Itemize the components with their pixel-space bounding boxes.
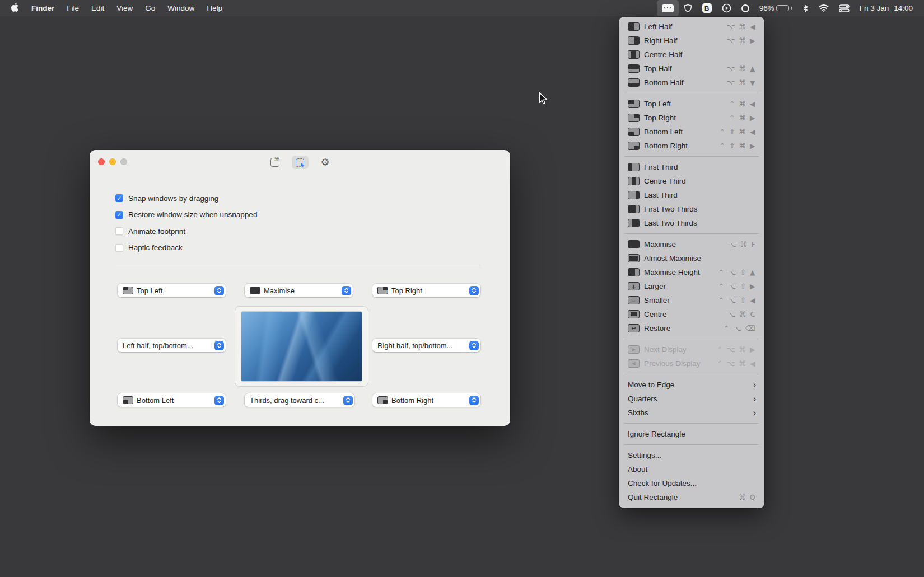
almost-maximise-zone-icon <box>628 254 640 262</box>
shield-status-icon[interactable] <box>679 0 697 16</box>
menu-item-maximise-height[interactable]: Maximise Height ⌃ ⌥ ⇧ ▲ <box>619 265 764 279</box>
bluetooth-status-icon[interactable] <box>797 0 814 16</box>
maximise-height-zone-icon <box>628 268 640 276</box>
menu-item-restore[interactable]: Restore ⌃ ⌥ ⌫ <box>619 321 764 335</box>
checkbox-snap-windows[interactable] <box>115 194 123 202</box>
menu-item-centre[interactable]: Centre ⌥ ⌘ C <box>619 307 764 321</box>
bottom-left-zone-icon <box>123 396 133 404</box>
popup-stepper-icon <box>342 286 351 295</box>
menu-item-move-to-edge[interactable]: Move to Edge › <box>619 378 764 392</box>
menu-item-maximise[interactable]: Maximise ⌥ ⌘ F <box>619 237 764 251</box>
menu-item-centre-third[interactable]: Centre Third <box>619 174 764 188</box>
last-third-zone-icon <box>628 191 640 199</box>
menu-item-smaller[interactable]: Smaller ⌃ ⌥ ⇧ ◀ <box>619 293 764 307</box>
menu-item-top-left[interactable]: Top Left ⌃ ⌘ ◀ <box>619 97 764 111</box>
bluetooth-icon <box>802 4 809 13</box>
menu-divider <box>624 93 759 93</box>
popup-top-right[interactable]: Top Right <box>372 284 480 297</box>
play-circle-status-icon[interactable] <box>717 0 736 16</box>
menu-item-quarters[interactable]: Quarters › <box>619 392 764 406</box>
menu-bar-clock[interactable]: Fri 3 Jan 14:00 <box>855 4 918 12</box>
menu-item-first-two-thirds[interactable]: First Two Thirds <box>619 202 764 216</box>
menu-item-about[interactable]: About <box>619 462 764 476</box>
clock-time: 14:00 <box>894 4 913 12</box>
menu-file[interactable]: File <box>60 4 85 12</box>
menu-item-right-half[interactable]: Right Half ⌥ ⌘ ▶ <box>619 34 764 48</box>
checkbox-animate-footprint[interactable] <box>115 227 123 235</box>
popup-bottom-right[interactable]: Bottom Right <box>372 393 480 407</box>
menu-item-ignore-rectangle[interactable]: Ignore Rectangle <box>619 427 764 441</box>
bottom-left-zone-icon <box>628 128 640 136</box>
popup-maximise[interactable]: Maximise <box>245 284 353 297</box>
zoom-button-disabled <box>120 158 127 165</box>
clock-date: Fri 3 Jan <box>860 4 889 12</box>
menu-item-check-for-updates[interactable]: Check for Updates... <box>619 476 764 490</box>
menu-item-top-half[interactable]: Top Half ⌥ ⌘ ▲ <box>619 62 764 76</box>
bitwarden-status-icon[interactable]: B <box>697 0 717 16</box>
menu-item-bottom-left[interactable]: Bottom Left ⌃ ⇧ ⌘ ◀ <box>619 125 764 139</box>
menu-window[interactable]: Window <box>161 4 200 12</box>
close-button[interactable] <box>98 158 105 165</box>
checkbox-restore-size[interactable] <box>115 211 123 219</box>
popup-stepper-icon <box>214 286 224 295</box>
menu-item-bottom-right[interactable]: Bottom Right ⌃ ⇧ ⌘ ▶ <box>619 139 764 153</box>
minimize-button[interactable] <box>109 158 116 165</box>
rectangle-settings-window: ⚙ Snap windows by dragging Restore windo… <box>90 150 510 426</box>
checkbox-row-snap-windows[interactable]: Snap windows by dragging <box>115 194 257 202</box>
checkbox-row-animate-footprint[interactable]: Animate footprint <box>115 227 257 235</box>
checkbox-row-haptic-feedback[interactable]: Haptic feedback <box>115 244 257 252</box>
menu-item-sixths[interactable]: Sixths › <box>619 406 764 420</box>
tab-advanced[interactable]: ⚙ <box>317 156 334 169</box>
checkbox-row-restore-size[interactable]: Restore window size when unsnapped <box>115 211 257 219</box>
menu-item-almost-maximise[interactable]: Almost Maximise <box>619 251 764 265</box>
menu-go[interactable]: Go <box>139 4 161 12</box>
rectangle-menubar-icon[interactable] <box>657 0 679 16</box>
wifi-icon <box>819 4 829 12</box>
menu-item-bottom-half[interactable]: Bottom Half ⌥ ⌘ ▼ <box>619 76 764 90</box>
menu-divider <box>624 374 759 374</box>
control-center-status-icon[interactable] <box>834 0 855 16</box>
restore-zone-icon <box>628 324 640 332</box>
section-divider <box>116 265 480 265</box>
last-two-thirds-zone-icon <box>628 219 640 227</box>
menu-help[interactable]: Help <box>200 4 228 12</box>
ring-status-icon[interactable] <box>736 0 754 16</box>
popup-right-half-drag[interactable]: Right half, top/bottom... <box>372 339 480 352</box>
submenu-chevron-icon: › <box>753 381 756 390</box>
menu-item-previous-display: Previous Display ⌃ ⌥ ⌘ ◀ <box>619 356 764 370</box>
menu-item-centre-half[interactable]: Centre Half <box>619 48 764 62</box>
left-half-zone-icon <box>628 22 640 31</box>
menu-divider <box>624 444 759 445</box>
popup-stepper-icon <box>343 396 353 405</box>
first-two-thirds-zone-icon <box>628 205 640 213</box>
mouse-cursor <box>539 92 548 107</box>
menu-view[interactable]: View <box>110 4 139 12</box>
apple-icon <box>11 3 18 13</box>
popup-top-left[interactable]: Top Left <box>118 284 226 297</box>
top-left-zone-icon <box>628 100 640 108</box>
bottom-right-zone-icon <box>377 396 388 404</box>
menu-item-first-third[interactable]: First Third <box>619 160 764 174</box>
menu-item-settings[interactable]: Settings... <box>619 448 764 462</box>
popup-left-half-drag[interactable]: Left half, top/bottom... <box>118 339 226 352</box>
menu-item-left-half[interactable]: Left Half ⌥ ⌘ ◀ <box>619 20 764 34</box>
tab-snap-areas[interactable] <box>292 156 309 169</box>
popup-bottom-left[interactable]: Bottom Left <box>118 393 226 407</box>
popup-thirds-drag[interactable]: Thirds, drag toward c... <box>245 393 354 407</box>
menu-item-quit-rectangle[interactable]: Quit Rectangle ⌘ Q <box>619 490 764 504</box>
shield-icon <box>684 4 692 13</box>
checkbox-haptic-feedback[interactable] <box>115 244 123 252</box>
right-half-zone-icon <box>628 36 640 45</box>
menu-item-larger[interactable]: Larger ⌃ ⌥ ⇧ ▶ <box>619 279 764 293</box>
wifi-status-icon[interactable] <box>814 0 834 16</box>
battery-status[interactable]: 96% <box>754 0 797 16</box>
window-titlebar[interactable]: ⚙ <box>90 150 510 173</box>
tab-shortcuts[interactable] <box>267 156 283 169</box>
apple-menu[interactable] <box>6 3 25 13</box>
menu-edit[interactable]: Edit <box>85 4 110 12</box>
menu-item-top-right[interactable]: Top Right ⌃ ⌘ ▶ <box>619 111 764 125</box>
menu-app-name[interactable]: Finder <box>25 4 60 12</box>
maximise-zone-icon <box>628 240 640 248</box>
menu-item-last-two-thirds[interactable]: Last Two Thirds <box>619 216 764 230</box>
menu-item-last-third[interactable]: Last Third <box>619 188 764 202</box>
